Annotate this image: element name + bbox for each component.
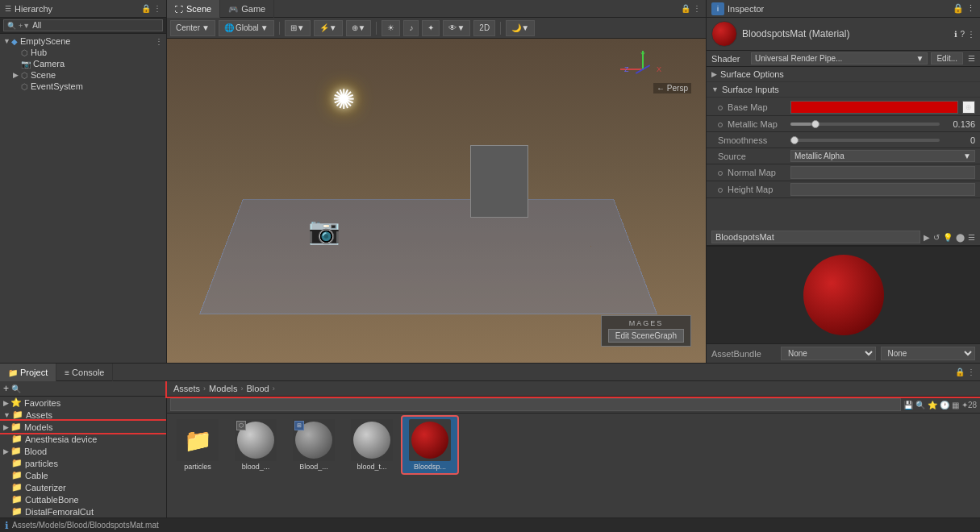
arrow-icon: ▶ (13, 71, 21, 79)
preview-refresh-icon[interactable]: ↺ (933, 233, 940, 242)
surface-options-section[interactable]: ▶ Surface Options (707, 67, 980, 82)
file-item-bloodspots-mat[interactable]: Bloodsp... (402, 417, 457, 473)
file-star-icon[interactable]: ⭐ (928, 401, 937, 409)
asset-bundle-dropdown-1[interactable]: None (781, 347, 876, 360)
path-models[interactable]: Models (209, 384, 237, 393)
center-label: Center (176, 23, 200, 32)
sidebar-item-assets[interactable]: ▼ 📁 Assets (0, 409, 166, 421)
preview-play-icon[interactable]: ▶ (924, 233, 930, 242)
path-blood[interactable]: Blood (246, 384, 269, 393)
file-item-blood-mesh[interactable]: ⬡ blood_... (228, 417, 283, 473)
render-btn[interactable]: 🌙▼ (506, 20, 535, 36)
shader-list-icon[interactable]: ☰ (968, 54, 975, 63)
sidebar-item-favorites[interactable]: ▶ ⭐ Favorites (0, 397, 166, 409)
sidebar-item-blood[interactable]: ▶ 📁 Blood (0, 445, 166, 457)
hierarchy-header-icons: 🔒 ⋮ (141, 4, 161, 13)
camera-icon: 📷 (21, 60, 31, 69)
tab-game[interactable]: 🎮 Game (220, 0, 274, 18)
file-thumb-blood-texture (351, 419, 393, 461)
sidebar-item-models[interactable]: ▶ 📁 Models (0, 421, 166, 433)
smoothness-slider-track[interactable] (790, 139, 940, 142)
file-clock-icon[interactable]: 🕐 (940, 401, 949, 409)
file-item-blood-texture[interactable]: blood_t... (344, 417, 399, 473)
smoothness-row: Smoothness 0 (707, 132, 980, 148)
hierarchy-menu-icon[interactable]: ⋮ (153, 4, 161, 13)
height-map-field[interactable] (790, 183, 975, 196)
preview-bulb-icon[interactable]: 💡 (943, 233, 953, 242)
mat-info-icon[interactable]: ℹ (954, 30, 957, 39)
height-map-label: Height Map (718, 185, 790, 194)
hierarchy-add-icon[interactable]: +▼ (19, 22, 30, 30)
preview-sphere-icon[interactable]: ⬤ (956, 233, 965, 242)
grid-btn[interactable]: ⊞▼ (285, 20, 311, 36)
fx-btn[interactable]: ✦ (422, 20, 440, 36)
bottom-menu-icon[interactable]: ⋮ (967, 368, 975, 376)
source-dropdown[interactable]: Metallic Alpha ▼ (790, 150, 975, 162)
scene-view-btn[interactable]: 👁▼ (443, 20, 470, 36)
add-button[interactable]: + (3, 383, 9, 394)
sidebar-item-distalfemoral[interactable]: 📁 DistalFemoralCut (0, 505, 166, 517)
inspector-menu-icon[interactable]: ⋮ (966, 3, 975, 14)
eventsystem-icon: ⬡ (21, 82, 28, 91)
hierarchy-item-eventsystem[interactable]: ⬡ EventSystem (0, 81, 166, 92)
scene-menu-icon[interactable]: ⋮ (693, 4, 701, 13)
tab-project[interactable]: 📁 Project (0, 364, 56, 381)
normal-map-field[interactable] (790, 166, 975, 179)
file-item-particles[interactable]: 📁 particles (170, 417, 225, 473)
mat-menu-icon[interactable]: ⋮ (967, 30, 975, 39)
path-arrow-2: › (240, 384, 243, 393)
bottom-lock-icon[interactable]: 🔒 (955, 368, 965, 376)
file-save-icon[interactable]: 💾 (903, 401, 913, 409)
path-arrow-1: › (203, 384, 206, 393)
scene-viewport[interactable]: ✺ 📷 X Y Z ← Persp (167, 39, 706, 363)
sidebar-item-anesthesia[interactable]: 📁 Anesthesia device (0, 433, 166, 445)
models-folder-icon: 📁 (10, 422, 22, 432)
global-dropdown[interactable]: 🌐 Global ▼ (219, 20, 274, 36)
cauterizer-folder-icon: 📁 (11, 482, 23, 493)
tab-console[interactable]: ≡ Console (56, 364, 113, 381)
2d-btn[interactable]: 2D (473, 20, 495, 36)
tab-scene[interactable]: ⛶ Scene (167, 0, 220, 18)
file-search-input[interactable] (170, 398, 901, 411)
sidebar-item-cable[interactable]: 📁 Cable (0, 469, 166, 481)
scene-lock-icon[interactable]: 🔒 (681, 4, 690, 13)
sidebar-item-particles[interactable]: 📁 particles (0, 457, 166, 469)
metallic-slider-handle[interactable] (811, 120, 819, 128)
hierarchy-item-scene[interactable]: ▶ ⬡ Scene (0, 69, 166, 81)
smoothness-slider-handle[interactable] (790, 136, 799, 144)
light-btn[interactable]: ☀ (382, 20, 400, 36)
base-map-pick-btn[interactable]: ⊕ (962, 101, 975, 114)
hierarchy-item-empty-scene[interactable]: ▼ ◆ EmptyScene ⋮ (0, 35, 166, 47)
base-map-color-swatch[interactable] (790, 101, 958, 114)
file-search-icon[interactable]: 🔍 (915, 401, 925, 409)
surface-inputs-section[interactable]: ▼ Surface Inputs (707, 82, 980, 98)
hierarchy-lock-icon[interactable]: 🔒 (141, 4, 151, 13)
shader-edit-button[interactable]: Edit... (931, 52, 963, 64)
shader-dropdown[interactable]: Universal Render Pipe... ▼ (751, 52, 928, 64)
file-filter-icon[interactable]: ▦ (952, 401, 959, 409)
edit-scene-graph-button[interactable]: Edit SceneGraph (608, 329, 684, 343)
move-btn[interactable]: ⊕▼ (346, 20, 372, 36)
sidebar-item-cauterizer[interactable]: 📁 Cauterizer (0, 481, 166, 493)
mat-sphere-thumb (411, 422, 448, 459)
hierarchy-item-camera[interactable]: 📷 Camera (0, 58, 166, 69)
audio-btn[interactable]: ♪ (403, 20, 419, 36)
path-assets[interactable]: Assets (173, 384, 200, 393)
preview-menu-icon[interactable]: ☰ (968, 233, 975, 242)
file-item-blood-scene[interactable]: ⊞ Blood_... (286, 417, 341, 473)
material-large-preview (707, 246, 980, 343)
status-bar: ℹ Assets/Models/Blood/BloodspotsMat.mat (0, 517, 980, 532)
hierarchy-item-hub[interactable]: ⬡ Hub (0, 47, 166, 58)
metallic-slider-track[interactable] (790, 123, 940, 126)
inspector-lock-icon[interactable]: 🔒 (953, 3, 964, 14)
material-name-input[interactable] (711, 231, 920, 243)
asset-bundle-dropdown-2[interactable]: None (881, 347, 976, 360)
mat-help-icon[interactable]: ? (960, 30, 965, 39)
search-icon[interactable]: 🔍 (11, 384, 21, 393)
snap-btn[interactable]: ⚡▼ (314, 20, 343, 36)
scene-menu[interactable]: ⋮ (155, 37, 163, 46)
center-dropdown[interactable]: Center ▼ (170, 20, 215, 36)
sidebar-item-cuttablebone[interactable]: 📁 CuttableBone (0, 493, 166, 505)
shader-label: Shader (711, 54, 748, 64)
cable-folder-icon: 📁 (11, 470, 23, 480)
